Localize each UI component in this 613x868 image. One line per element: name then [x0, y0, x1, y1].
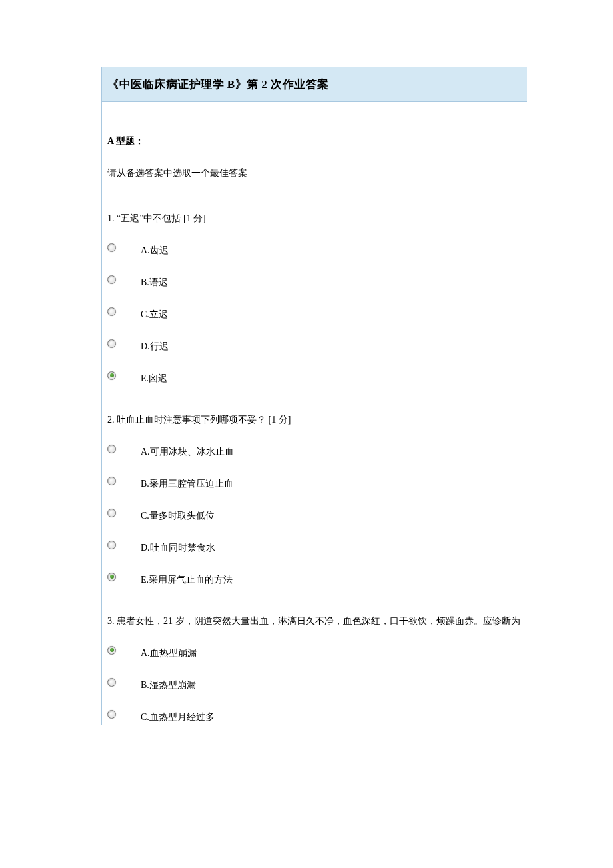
option-row: E.囟迟 [102, 369, 527, 386]
option-row: A.齿迟 [102, 241, 527, 258]
option-label: C.血热型月经过多 [141, 707, 215, 723]
question-block: 2. 吐血止血时注意事项下列哪项不妥？ [1 分] A.可用冰块、冰水止血 B.… [102, 414, 527, 587]
radio-icon[interactable] [107, 678, 116, 687]
document-container: 《中医临床病证护理学 B》第 2 次作业答案 A 型题： 请从备选答案中选取一个… [101, 67, 526, 725]
option-label: A.可用冰块、冰水止血 [141, 442, 234, 458]
question-text: 3. 患者女性，21 岁，阴道突然大量出血，淋漓日久不净，血色深红，口干欲饮，烦… [102, 615, 527, 627]
option-row: B.湿热型崩漏 [102, 675, 527, 693]
option-row: C.血热型月经过多 [102, 707, 527, 725]
section-instruction: 请从备选答案中选取一个最佳答案 [102, 167, 527, 179]
content-area: A 型题： 请从备选答案中选取一个最佳答案 1. “五迟”中不包括 [1 分] … [102, 102, 527, 725]
radio-icon[interactable] [107, 509, 116, 517]
radio-icon[interactable] [107, 445, 116, 453]
radio-icon[interactable] [107, 371, 116, 380]
option-label: D.行迟 [141, 337, 169, 353]
radio-icon[interactable] [107, 275, 116, 284]
option-label: B.语迟 [141, 273, 168, 289]
section-heading: A 型题： [102, 135, 527, 147]
option-row: D.吐血同时禁食水 [102, 538, 527, 555]
radio-icon[interactable] [107, 646, 116, 655]
radio-icon[interactable] [107, 541, 116, 549]
option-row: C.量多时取头低位 [102, 506, 527, 523]
option-label: B.采用三腔管压迫止血 [141, 474, 233, 490]
radio-icon[interactable] [107, 573, 116, 581]
radio-icon[interactable] [107, 307, 116, 316]
question-block: 1. “五迟”中不包括 [1 分] A.齿迟 B.语迟 C.立迟 D.行迟 E.… [102, 213, 527, 386]
option-label: B.湿热型崩漏 [141, 675, 196, 691]
option-row: E.采用屏气止血的方法 [102, 570, 527, 587]
option-label: E.采用屏气止血的方法 [141, 570, 233, 586]
title-bar: 《中医临床病证护理学 B》第 2 次作业答案 [102, 67, 527, 102]
option-label: C.立迟 [141, 305, 168, 321]
option-row: A.血热型崩漏 [102, 643, 527, 661]
option-label: D.吐血同时禁食水 [141, 538, 215, 554]
option-row: B.采用三腔管压迫止血 [102, 474, 527, 491]
option-label: E.囟迟 [141, 369, 167, 385]
page-title: 《中医临床病证护理学 B》第 2 次作业答案 [107, 78, 329, 91]
option-label: C.量多时取头低位 [141, 506, 215, 522]
radio-icon[interactable] [107, 243, 116, 252]
option-label: A.血热型崩漏 [141, 643, 197, 659]
option-row: B.语迟 [102, 273, 527, 290]
option-label: A.齿迟 [141, 241, 169, 257]
option-row: D.行迟 [102, 337, 527, 354]
radio-icon[interactable] [107, 710, 116, 719]
question-text: 1. “五迟”中不包括 [1 分] [102, 213, 527, 225]
question-text: 2. 吐血止血时注意事项下列哪项不妥？ [1 分] [102, 414, 527, 426]
radio-icon[interactable] [107, 339, 116, 348]
option-row: A.可用冰块、冰水止血 [102, 442, 527, 459]
option-row: C.立迟 [102, 305, 527, 322]
radio-icon[interactable] [107, 477, 116, 485]
question-block: 3. 患者女性，21 岁，阴道突然大量出血，淋漓日久不净，血色深红，口干欲饮，烦… [102, 615, 527, 725]
